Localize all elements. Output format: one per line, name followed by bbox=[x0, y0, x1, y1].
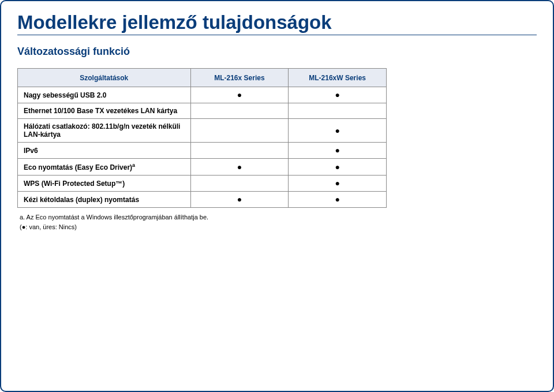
col-header-ml216x: ML-216x Series bbox=[190, 69, 289, 87]
footnote-block: a. Az Eco nyomtatást a Windows illesztőp… bbox=[20, 212, 537, 232]
table-row: Eco nyomtatás (Easy Eco Driver)a ● ● bbox=[18, 159, 387, 176]
features-table: Szolgáltatások ML-216x Series ML-216xW S… bbox=[17, 68, 387, 208]
page-title: Modellekre jellemző tulajdonságok bbox=[17, 12, 537, 33]
feature-label: Kézi kétoldalas (duplex) nyomtatás bbox=[18, 192, 191, 208]
feature-label: IPv6 bbox=[18, 143, 191, 159]
footnote-legend: (●: van, üres: Nincs) bbox=[20, 222, 537, 232]
col-header-ml216xw: ML-216xW Series bbox=[289, 69, 387, 87]
footnote-a: a. Az Eco nyomtatást a Windows illesztőp… bbox=[20, 212, 537, 222]
feature-c1 bbox=[190, 143, 289, 159]
feature-c2: ● bbox=[289, 143, 387, 159]
feature-label-sup: a bbox=[132, 162, 135, 168]
feature-label: Hálózati csatlakozó: 802.11b/g/n vezeték… bbox=[18, 119, 191, 143]
table-row: WPS (Wi-Fi Protected Setup™) ● bbox=[18, 176, 387, 192]
feature-c1: ● bbox=[190, 87, 289, 103]
col-header-services: Szolgáltatások bbox=[18, 69, 191, 87]
document-page: Modellekre jellemző tulajdonságok Változ… bbox=[0, 0, 554, 392]
title-underline bbox=[17, 35, 537, 35]
feature-c1: ● bbox=[190, 192, 289, 208]
feature-c1: ● bbox=[190, 159, 289, 176]
feature-c2 bbox=[289, 103, 387, 119]
table-row: Hálózati csatlakozó: 802.11b/g/n vezeték… bbox=[18, 119, 387, 143]
feature-label: Nagy sebességű USB 2.0 bbox=[18, 87, 191, 103]
feature-c1 bbox=[190, 103, 289, 119]
feature-c2: ● bbox=[289, 176, 387, 192]
table-header-row: Szolgáltatások ML-216x Series ML-216xW S… bbox=[18, 69, 387, 87]
feature-c2: ● bbox=[289, 87, 387, 103]
table-row: IPv6 ● bbox=[18, 143, 387, 159]
table-row: Nagy sebességű USB 2.0 ● ● bbox=[18, 87, 387, 103]
table-row: Kézi kétoldalas (duplex) nyomtatás ● ● bbox=[18, 192, 387, 208]
table-body: Nagy sebességű USB 2.0 ● ● Ethernet 10/1… bbox=[18, 87, 387, 208]
feature-label: Ethernet 10/100 Base TX vezetékes LAN ká… bbox=[18, 103, 191, 119]
feature-c2: ● bbox=[289, 119, 387, 143]
table-row: Ethernet 10/100 Base TX vezetékes LAN ká… bbox=[18, 103, 387, 119]
feature-c1 bbox=[190, 119, 289, 143]
feature-c1 bbox=[190, 176, 289, 192]
feature-c2: ● bbox=[289, 159, 387, 176]
section-subtitle: Változatossági funkció bbox=[17, 46, 537, 58]
feature-label: Eco nyomtatás (Easy Eco Driver)a bbox=[18, 159, 191, 176]
feature-label-prefix: Eco nyomtatás (Easy Eco Driver) bbox=[24, 163, 132, 171]
feature-label: WPS (Wi-Fi Protected Setup™) bbox=[18, 176, 191, 192]
feature-c2: ● bbox=[289, 192, 387, 208]
